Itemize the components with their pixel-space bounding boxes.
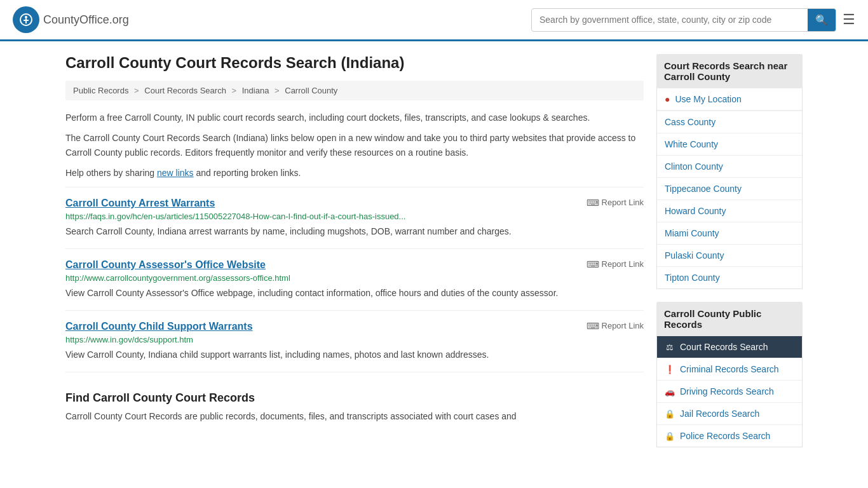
- scissors-icon: ⌨: [587, 321, 599, 331]
- result-url-3[interactable]: https://www.in.gov/dcs/support.htm: [65, 335, 644, 344]
- content-area: Carroll County Court Records Search (Ind…: [65, 54, 644, 460]
- criminal-records-label: Criminal Records Search: [680, 364, 779, 374]
- breadcrumb: Public Records > Court Records Search > …: [65, 81, 644, 100]
- court-icon: ⚖: [665, 342, 675, 352]
- intro-paragraph-1: Perform a free Carroll County, IN public…: [65, 111, 644, 125]
- location-icon: ●: [665, 94, 670, 104]
- use-location-item[interactable]: ● Use My Location: [657, 88, 802, 111]
- search-bar: 🔍: [531, 8, 836, 32]
- report-link-3[interactable]: ⌨ Report Link: [587, 321, 644, 331]
- result-url-2[interactable]: http://www.carrollcountygovernment.org/a…: [65, 273, 644, 283]
- list-item[interactable]: Miami County: [657, 222, 802, 245]
- public-records-section: Carroll County Public Records ⚖ Court Re…: [656, 302, 803, 447]
- criminal-records-item[interactable]: ❗ Criminal Records Search: [657, 358, 802, 381]
- use-location-label: Use My Location: [675, 94, 741, 104]
- site-header: CountyOffice.org 🔍 ☰: [0, 0, 868, 41]
- breadcrumb-indiana[interactable]: Indiana: [242, 86, 269, 95]
- list-item[interactable]: Clinton County: [657, 156, 802, 178]
- howard-county-link[interactable]: Howard County: [657, 200, 802, 222]
- result-title-1[interactable]: Carroll County Arrest Warrants: [65, 198, 215, 209]
- header-controls: 🔍 ☰: [531, 8, 855, 32]
- report-link-2[interactable]: ⌨ Report Link: [587, 259, 644, 269]
- police-records-item[interactable]: 🔒 Police Records Search: [657, 425, 802, 447]
- clinton-county-link[interactable]: Clinton County: [657, 156, 802, 177]
- scissors-icon: ⌨: [587, 259, 599, 269]
- criminal-records-link[interactable]: ❗ Criminal Records Search: [657, 358, 802, 380]
- nearby-section: Court Records Search near Carroll County…: [656, 54, 803, 289]
- breadcrumb-court-records[interactable]: Court Records Search: [144, 86, 226, 95]
- hamburger-icon: ☰: [843, 11, 855, 27]
- driving-icon: 🚗: [665, 387, 675, 396]
- jail-records-item[interactable]: 🔒 Jail Records Search: [657, 403, 802, 425]
- result-item: Carroll County Arrest Warrants ⌨ Report …: [65, 187, 644, 248]
- list-item[interactable]: Howard County: [657, 200, 802, 222]
- result-header: Carroll County Assessor's Office Website…: [65, 259, 644, 271]
- breadcrumb-carroll-county[interactable]: Carroll County: [285, 86, 337, 95]
- court-records-label: Court Records Search: [680, 342, 768, 352]
- list-item[interactable]: Tipton County: [657, 267, 802, 288]
- logo-icon: [13, 6, 39, 33]
- jail-records-link[interactable]: 🔒 Jail Records Search: [657, 403, 802, 424]
- sidebar: Court Records Search near Carroll County…: [656, 54, 803, 460]
- find-desc: Carroll County Court Records are public …: [65, 410, 644, 423]
- cass-county-link[interactable]: Cass County: [657, 111, 802, 133]
- logo[interactable]: CountyOffice.org: [13, 6, 129, 33]
- result-header: Carroll County Arrest Warrants ⌨ Report …: [65, 198, 644, 209]
- intro-paragraph-2: The Carroll County Court Records Search …: [65, 131, 644, 159]
- result-header: Carroll County Child Support Warrants ⌨ …: [65, 321, 644, 332]
- pulaski-county-link[interactable]: Pulaski County: [657, 245, 802, 266]
- jail-records-label: Jail Records Search: [680, 409, 759, 419]
- public-records-list: ⚖ Court Records Search ❗ Criminal Record…: [656, 336, 803, 447]
- use-location-link[interactable]: ● Use My Location: [657, 88, 802, 111]
- court-records-item[interactable]: ⚖ Court Records Search: [657, 336, 802, 358]
- white-county-link[interactable]: White County: [657, 133, 802, 155]
- breadcrumb-public-records[interactable]: Public Records: [73, 86, 128, 95]
- jail-icon: 🔒: [665, 409, 675, 419]
- find-section: Find Carroll County Court Records Carrol…: [65, 372, 644, 433]
- result-title-3[interactable]: Carroll County Child Support Warrants: [65, 321, 253, 332]
- logo-text: CountyOffice.org: [43, 13, 129, 27]
- police-icon: 🔒: [665, 431, 675, 441]
- result-url-1[interactable]: https://faqs.in.gov/hc/en-us/articles/11…: [65, 212, 644, 221]
- result-title-2[interactable]: Carroll County Assessor's Office Website: [65, 259, 266, 271]
- driving-records-item[interactable]: 🚗 Driving Records Search: [657, 381, 802, 403]
- result-desc-1: Search Carroll County, Indiana arrest wa…: [65, 225, 644, 238]
- driving-records-link[interactable]: 🚗 Driving Records Search: [657, 381, 802, 402]
- result-desc-2: View Carroll County Assessor's Office we…: [65, 287, 644, 300]
- nearby-heading: Court Records Search near Carroll County: [656, 54, 803, 88]
- search-button[interactable]: 🔍: [808, 9, 836, 31]
- list-item[interactable]: Tippecanoe County: [657, 178, 802, 200]
- search-input[interactable]: [532, 10, 808, 30]
- list-item[interactable]: White County: [657, 133, 802, 156]
- list-item[interactable]: Pulaski County: [657, 245, 802, 267]
- new-links-link[interactable]: new links: [157, 168, 194, 178]
- svg-point-2: [25, 16, 27, 18]
- result-item: Carroll County Child Support Warrants ⌨ …: [65, 310, 644, 372]
- miami-county-link[interactable]: Miami County: [657, 222, 802, 244]
- result-desc-3: View Carroll County, Indiana child suppo…: [65, 348, 644, 362]
- driving-records-label: Driving Records Search: [680, 386, 774, 396]
- tippecanoe-county-link[interactable]: Tippecanoe County: [657, 178, 802, 200]
- page-title: Carroll County Court Records Search (Ind…: [65, 54, 644, 72]
- intro-paragraph-3: Help others by sharing new links and rep…: [65, 166, 644, 180]
- search-icon: 🔍: [815, 15, 828, 25]
- main-container: Carroll County Court Records Search (Ind…: [53, 41, 815, 473]
- public-records-heading: Carroll County Public Records: [656, 302, 803, 336]
- court-records-link[interactable]: ⚖ Court Records Search: [657, 336, 802, 358]
- criminal-icon: ❗: [665, 365, 675, 374]
- menu-button[interactable]: ☰: [843, 11, 855, 28]
- report-link-1[interactable]: ⌨ Report Link: [587, 198, 644, 208]
- result-item: Carroll County Assessor's Office Website…: [65, 248, 644, 310]
- police-records-label: Police Records Search: [680, 431, 770, 441]
- police-records-link[interactable]: 🔒 Police Records Search: [657, 425, 802, 447]
- list-item[interactable]: Cass County: [657, 111, 802, 133]
- nearby-list: ● Use My Location Cass County White Coun…: [656, 88, 803, 289]
- tipton-county-link[interactable]: Tipton County: [657, 267, 802, 288]
- find-heading: Find Carroll County Court Records: [65, 383, 644, 410]
- scissors-icon: ⌨: [587, 198, 599, 208]
